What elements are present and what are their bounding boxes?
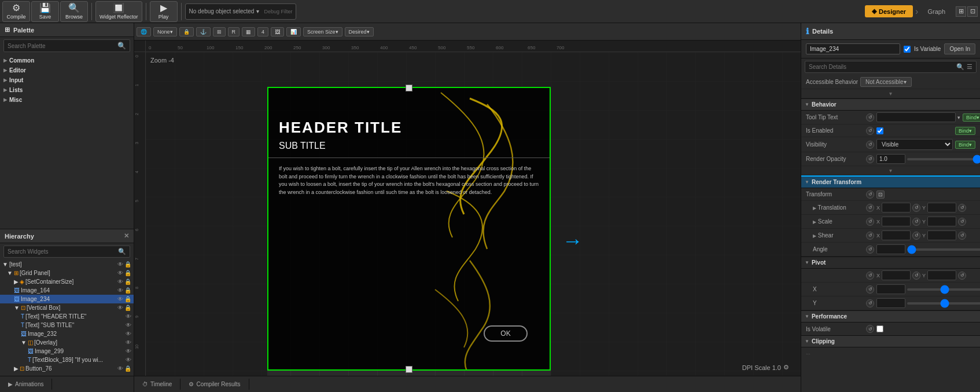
is-volatile-checkbox[interactable] [876,325,883,332]
opacity-slider[interactable] [907,158,980,160]
volatile-reset-btn[interactable]: ↺ [866,325,874,333]
visibility-bind-button[interactable]: Bind▾ [955,141,975,149]
palette-category-input[interactable]: ▶ Input [0,75,134,85]
shear-x-reset[interactable]: ↺ [912,232,920,240]
list-icon[interactable]: ☰ [967,63,972,71]
hierarchy-item-overlay[interactable]: ▼ ◫ [Overlay] 👁 [0,338,134,347]
pivot-y-reset[interactable]: ↺ [958,272,966,280]
x-reset-btn[interactable]: ↺ [866,285,874,294]
chart-btn[interactable]: 📊 [286,27,301,36]
y-reset-btn[interactable]: ↺ [866,299,874,307]
y-slider[interactable] [907,302,980,305]
pivot-x-reset[interactable]: ↺ [912,272,920,280]
designer-tab[interactable]: ◈ Designer [865,5,913,17]
pivot-x-input[interactable]: 0.5 [882,270,911,280]
clipping-section-header[interactable]: ▼ Clipping [801,335,980,347]
hierarchy-item-image232[interactable]: 🖼 Image_232 👁 [0,329,134,338]
performance-section-header[interactable]: ▼ Performance [801,310,980,323]
eye-icon[interactable]: 👁 [126,331,131,337]
palette-category-common[interactable]: ▶ Common [0,56,134,65]
not-accessible-dropdown[interactable]: Not Accessible▾ [860,77,912,87]
angle-slider[interactable] [907,248,980,251]
eye-icon[interactable]: 👁 [117,287,123,294]
browse-button[interactable]: 🔍 Browse [60,1,88,22]
palette-category-misc[interactable]: ▶ Misc [0,95,134,105]
visibility-select[interactable]: Visible Hidden Collapsed [876,139,953,150]
pattern-btn[interactable]: ▦ [242,27,255,36]
screen-size-dropdown[interactable]: Screen Size▾ [303,27,342,36]
hierarchy-item-textblock[interactable]: T [TextBlock_189] "If you wi... 👁 [0,356,134,364]
scale-x-reset[interactable]: ↺ [912,218,920,226]
shear-x-input[interactable]: 0.0 [882,230,911,240]
hierarchy-item-image234[interactable]: 🖼 Image_234 👁 🔒 [0,295,134,303]
hierarchy-search-input[interactable] [8,248,116,255]
hierarchy-item-vertical-box[interactable]: ▼ ⊡ [Vertical Box] 👁 🔒 [0,303,134,312]
canvas-area[interactable]: 0 50 100 150 200 250 300 350 400 450 500… [134,41,801,376]
r-btn[interactable]: R [228,27,240,36]
hierarchy-item-test[interactable]: ▼ [test] 👁 🔒 [0,260,134,269]
eye-icon[interactable]: 👁 [117,279,123,285]
translation-y-reset[interactable]: ↺ [958,204,966,212]
desired-dropdown[interactable]: Desired▾ [345,27,374,36]
eye-icon[interactable]: 👁 [126,357,131,363]
hierarchy-item-text-header[interactable]: T [Text] "HEADER TITLE" 👁 [0,312,134,321]
compile-button[interactable]: ⚙ Compile [2,1,30,22]
eye-icon[interactable]: 👁 [126,313,131,320]
opacity-input[interactable] [876,154,905,164]
dropdown-arrow-icon[interactable]: ▾ [957,115,960,120]
animations-tab[interactable]: ▶ Animations [0,379,52,390]
world-icon-btn[interactable]: 🌐 [137,27,151,36]
lock-icon[interactable]: 🔒 [124,261,131,268]
number-btn[interactable]: 4 [257,27,268,36]
lock-btn[interactable]: 🔒 [179,27,194,36]
open-in-button[interactable]: Open In [944,43,975,54]
save-button[interactable]: 💾 Save [31,1,59,22]
scale-reset-btn[interactable]: ↺ [866,218,874,226]
widget-reflector-button[interactable]: 🔲 Widget Reflector [95,1,142,22]
anchor-btn[interactable]: ⚓ [196,27,211,36]
pivot-y-input[interactable]: 0.5 [927,270,956,280]
expand-icon[interactable]: ▾ [889,167,892,174]
scale-x-input[interactable]: 2.0 [882,217,911,226]
shear-y-reset[interactable]: ↺ [958,232,966,240]
shear-y-input[interactable]: 0.0 [927,230,956,240]
scale-y-reset[interactable]: ↺ [958,218,966,226]
eye-icon[interactable]: 👁 [117,365,123,372]
hierarchy-close-icon[interactable]: ✕ [124,232,129,240]
lock-icon[interactable]: 🔒 [124,296,131,302]
eye-icon[interactable]: 👁 [117,305,123,311]
details-search-input[interactable] [809,64,954,70]
tooltip-reset-btn[interactable]: ↺ [866,113,874,122]
is-enabled-reset-btn[interactable]: ↺ [866,127,874,135]
scale-y-input[interactable]: 2.0 [927,217,956,226]
eye-icon[interactable]: 👁 [117,270,123,276]
translation-reset-btn[interactable]: ↺ [866,204,874,212]
palette-search-input[interactable] [8,43,115,49]
angle-input[interactable]: 0.0 [876,244,905,254]
opacity-reset-btn[interactable]: ↺ [866,155,874,163]
hierarchy-item-text-subtitle[interactable]: T [Text] "SUB TITLE" 👁 [0,321,134,329]
grid-btn[interactable]: ⊞ [213,27,226,36]
x-input[interactable]: 0.5 [876,284,905,294]
eye-icon[interactable]: 👁 [126,339,131,346]
pivot-section-header[interactable]: ▼ Pivot [801,257,980,269]
lock-icon[interactable]: 🔒 [124,279,131,285]
tooltip-text-input[interactable] [876,112,956,122]
lock-icon[interactable]: 🔒 [124,305,131,311]
lock-icon[interactable]: 🔒 [124,287,131,294]
graph-tab[interactable]: Graph [920,6,952,17]
shear-reset-btn[interactable]: ↺ [866,232,874,240]
image-btn[interactable]: 🖼 [271,27,284,36]
timeline-tab[interactable]: ⏱ Timeline [134,379,180,390]
layout-btn-1[interactable]: ⊞ [956,6,966,17]
is-enabled-checkbox[interactable] [876,127,883,134]
is-variable-checkbox[interactable] [904,46,911,53]
translation-x-reset[interactable]: ↺ [912,204,920,212]
eye-icon[interactable]: 👁 [117,261,123,268]
hierarchy-item-image164[interactable]: 🖼 Image_164 👁 🔒 [0,286,134,295]
transform-reset-btn[interactable]: ↺ [866,190,874,199]
eye-icon[interactable]: 👁 [126,348,131,354]
visibility-reset-btn[interactable]: ↺ [866,141,874,149]
hierarchy-item-grid-panel[interactable]: ▼ ⊞ [Grid Panel] 👁 🔒 [0,269,134,277]
eye-icon[interactable]: 👁 [126,322,131,328]
